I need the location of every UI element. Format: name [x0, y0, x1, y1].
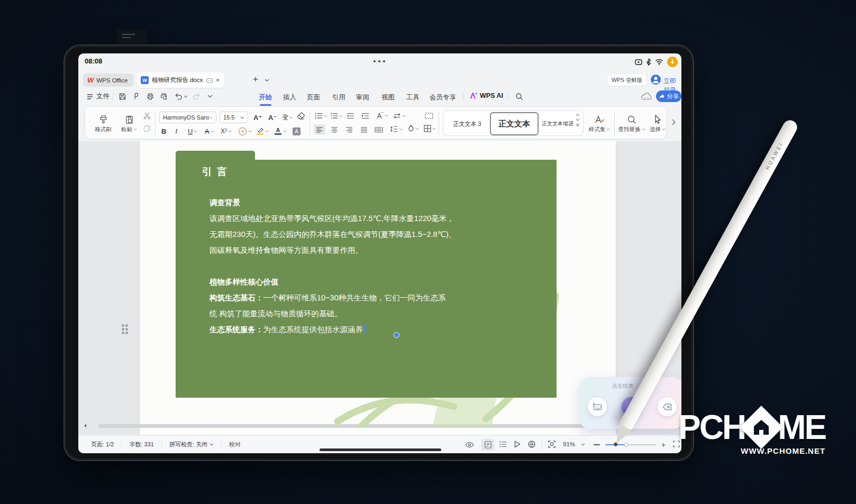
wps-office-label: WPS Office — [96, 77, 128, 84]
web-view-icon[interactable] — [528, 441, 535, 448]
ribbon-tab-membership[interactable]: 会员专享 — [430, 93, 456, 102]
ribbon-tab-review[interactable]: 审阅 — [356, 93, 369, 102]
align-right-button[interactable] — [343, 124, 355, 135]
undo-button[interactable] — [175, 93, 188, 100]
superscript-glyph: X² — [221, 127, 227, 135]
find-replace-label: 查找替换 — [618, 126, 641, 132]
proofread-button[interactable]: 校对 — [229, 441, 241, 448]
eye-protection-icon[interactable] — [465, 442, 474, 448]
keyboard-button[interactable] — [588, 397, 607, 416]
increase-indent-icon[interactable] — [361, 113, 369, 119]
align-center-button[interactable] — [329, 124, 340, 135]
text-transform-button[interactable]: 变 — [282, 112, 293, 123]
shrink-font-button[interactable]: A⁻ — [268, 112, 277, 123]
ribbon-tab-home[interactable]: 开始 — [259, 93, 272, 102]
copy-icon[interactable] — [143, 125, 151, 132]
new-tab-button[interactable]: + — [253, 75, 258, 84]
page-count[interactable]: 页面: 1/2 — [91, 441, 114, 448]
cloud-sync-icon[interactable] — [641, 93, 652, 100]
trial-badge[interactable]: WPS 尝鲜版 — [607, 75, 646, 86]
paragraph-drag-handle[interactable] — [120, 323, 130, 335]
find-replace-button[interactable]: 查找替换 — [617, 110, 646, 136]
style-card-body-indent[interactable]: 正文文本缩进 — [541, 113, 575, 134]
spellcheck-toggle[interactable]: 拼写检查: 关闭 — [169, 441, 214, 448]
hscroll-left-arrow[interactable] — [84, 424, 87, 428]
font-name-select[interactable]: HarmonyOS Sans S — [159, 112, 216, 123]
ribbon-expand-icon[interactable] — [672, 119, 676, 125]
style-card-body[interactable]: 正文文本 — [490, 112, 539, 135]
avatar-icon[interactable] — [651, 75, 661, 85]
page-view-icon[interactable] — [481, 439, 494, 451]
fit-page-icon[interactable] — [548, 441, 556, 448]
style-gallery-scroll[interactable] — [576, 114, 580, 126]
font-color-button[interactable]: A — [275, 126, 287, 136]
style-card-body3[interactable]: 正文文本 3 — [447, 113, 488, 134]
justify-button[interactable] — [358, 124, 370, 135]
tab-list-chevron-icon[interactable] — [265, 79, 269, 82]
zoom-slider-handle[interactable] — [624, 443, 629, 447]
backspace-button[interactable] — [658, 397, 677, 416]
enclose-character-button[interactable]: A — [239, 126, 252, 136]
redo-button[interactable] — [193, 93, 201, 100]
save-icon[interactable] — [119, 93, 126, 100]
cursor-drag-handle[interactable] — [394, 332, 399, 338]
quick-access-chevron-icon[interactable] — [207, 95, 213, 98]
page-setup-icon[interactable] — [425, 113, 433, 119]
bullet-list-button[interactable] — [315, 113, 327, 119]
select-button[interactable]: 选择 — [647, 110, 668, 136]
document-tab-title: 植物研究报告.docx — [152, 76, 203, 84]
ribbon-tab-tools[interactable]: 工具 — [406, 93, 420, 102]
watermark-text-left: PCH — [678, 410, 745, 444]
search-icon[interactable] — [515, 93, 523, 100]
borders-button[interactable] — [424, 125, 436, 132]
green-content-block[interactable]: 引言 调查背景 该调查区域地处北亚热带季风气候区(年均温17.5℃,年降水量12… — [176, 160, 557, 398]
divider — [439, 111, 439, 135]
print-preview-icon[interactable] — [160, 93, 168, 100]
zoom-out-icon[interactable] — [594, 444, 600, 445]
gesture-bar[interactable] — [320, 448, 441, 451]
cut-icon[interactable] — [143, 112, 151, 120]
play-mode-icon[interactable] — [514, 441, 521, 448]
export-icon[interactable] — [132, 93, 140, 100]
doc-heading-2: 植物多样性核心价值 — [210, 274, 279, 290]
italic-button[interactable]: I — [175, 126, 177, 136]
share-button[interactable]: 分享 — [656, 90, 681, 102]
align-left-button[interactable] — [314, 124, 325, 135]
format-painter-button[interactable]: 格式刷 — [90, 110, 116, 136]
zoom-chevron-icon[interactable] — [581, 443, 585, 446]
zoom-level[interactable]: 91% — [563, 441, 575, 447]
text-direction-button[interactable] — [393, 113, 406, 119]
strikethrough-button[interactable]: A — [205, 126, 214, 136]
font-size-select[interactable]: 15.5 — [220, 112, 248, 123]
highlight-color-button[interactable] — [257, 126, 269, 136]
numbered-list-button[interactable] — [330, 113, 343, 119]
word-count[interactable]: 字数: 331 — [129, 441, 153, 448]
pchome-watermark: PCH ME WWW.PCHOME.NET — [678, 410, 825, 455]
wps-office-button[interactable]: W WPS Office — [83, 74, 134, 87]
shading-button[interactable] — [408, 125, 419, 132]
phonetic-guide-button[interactable] — [376, 112, 388, 119]
ribbon-tab-insert[interactable]: 插入 — [283, 93, 296, 102]
line-spacing-button[interactable] — [390, 126, 403, 132]
tab-assistant-icon[interactable] — [206, 77, 213, 83]
ribbon-tab-page[interactable]: 页面 — [307, 93, 320, 102]
outline-view-icon[interactable] — [499, 441, 507, 447]
decrease-indent-icon[interactable] — [347, 113, 354, 119]
ribbon-tab-reference[interactable]: 引用 — [332, 93, 345, 102]
char-shading-button[interactable]: A — [293, 126, 300, 136]
underline-button[interactable]: U — [188, 126, 197, 136]
grow-font-button[interactable]: A⁺ — [253, 112, 262, 123]
bold-button[interactable]: B — [161, 126, 166, 136]
distribute-button[interactable] — [373, 124, 385, 135]
style-set-button[interactable]: 样式集 — [586, 110, 613, 136]
ribbon-tab-view[interactable]: 视图 — [381, 93, 395, 102]
clear-format-icon[interactable] — [297, 112, 305, 120]
print-icon[interactable] — [146, 93, 154, 100]
zoom-in-icon[interactable]: + — [661, 441, 666, 448]
paste-button[interactable]: 粘贴 — [117, 110, 141, 136]
watermark-url: WWW.PCHOME.NET — [678, 446, 825, 455]
file-menu[interactable]: 文件 — [87, 92, 110, 101]
wps-ai-tab[interactable]: WPS AI — [470, 92, 503, 99]
document-tab[interactable]: W 植物研究报告.docx — [136, 72, 224, 88]
superscript-button[interactable]: X² — [221, 126, 232, 136]
